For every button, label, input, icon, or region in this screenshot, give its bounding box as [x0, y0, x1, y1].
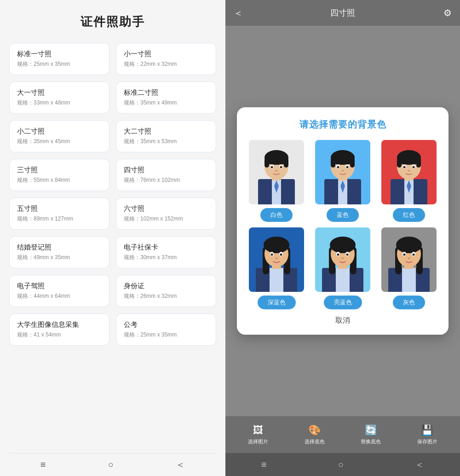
svg-point-75	[396, 237, 422, 253]
card-sub-1: 规格：22mm x 32mm	[124, 60, 208, 68]
card-title-8: 五寸照	[17, 204, 102, 213]
svg-rect-22	[350, 157, 355, 168]
card-sub-9: 规格：102mm x 152mm	[124, 215, 208, 223]
photo-type-card-1[interactable]: 小一寸照 规格：22mm x 32mm	[116, 43, 216, 75]
photo-type-card-14[interactable]: 大学生图像信息采集 规格：41 x 54mm	[9, 313, 109, 346]
photo-preview-蓝色	[315, 140, 370, 204]
card-sub-3: 规格：35mm x 49mm	[124, 99, 208, 107]
photo-type-card-10[interactable]: 结婚登记照 规格：49mm x 35mm	[9, 236, 109, 268]
card-title-9: 六寸照	[124, 204, 208, 213]
card-sub-13: 规格：26mm x 32mm	[124, 292, 208, 300]
card-sub-0: 规格：25mm x 35mm	[17, 60, 102, 68]
svg-point-51	[264, 237, 289, 253]
photo-type-card-13[interactable]: 身份证 规格：26mm x 32mm	[116, 275, 216, 307]
right-header: ＜ 四寸照 ⚙	[225, 0, 460, 26]
toolbar-item-1[interactable]: 🎨 选择底色	[305, 424, 325, 445]
color-option-灰色[interactable]: 灰色	[379, 227, 439, 309]
svg-point-56	[275, 257, 278, 259]
photo-type-card-15[interactable]: 公考 规格：25mm x 35mm	[116, 313, 216, 346]
card-sub-10: 规格：49mm x 35mm	[17, 254, 102, 261]
right-toolbar: 🖼 选择图片🎨 选择底色🔄 替换底色💾 保存图片	[225, 416, 460, 453]
color-btn-蓝色[interactable]: 蓝色	[327, 208, 359, 222]
svg-point-44	[408, 170, 410, 172]
photo-type-card-3[interactable]: 标准二寸照 规格：35mm x 49mm	[116, 81, 216, 114]
svg-point-80	[408, 257, 410, 259]
color-btn-白色[interactable]: 白色	[260, 208, 293, 222]
color-option-亮蓝色[interactable]: 亮蓝色	[312, 227, 373, 309]
card-title-3: 标准二寸照	[124, 88, 208, 97]
cancel-button[interactable]: 取消	[335, 316, 350, 324]
photo-type-card-7[interactable]: 四寸照 规格：76mm x 102mm	[116, 159, 216, 191]
photo-type-card-6[interactable]: 三寸照 规格：55mm x 84mm	[9, 159, 109, 191]
card-title-14: 大学生图像信息采集	[17, 320, 102, 329]
right-nav-back-icon[interactable]: ＜	[415, 459, 424, 471]
svg-point-25	[337, 166, 339, 168]
right-nav-bar: ≡ ○ ＜	[225, 453, 460, 476]
photo-type-card-4[interactable]: 小二寸照 规格：35mm x 45mm	[9, 120, 109, 152]
card-sub-4: 规格：35mm x 45mm	[17, 138, 102, 145]
toolbar-item-3[interactable]: 💾 保存图片	[417, 424, 437, 445]
color-btn-深蓝色[interactable]: 深蓝色	[258, 296, 296, 309]
photo-type-card-0[interactable]: 标准一寸照 规格：25mm x 35mm	[9, 43, 109, 75]
svg-point-26	[346, 166, 349, 168]
card-sub-7: 规格：76mm x 102mm	[124, 176, 208, 184]
card-title-5: 大二寸照	[124, 127, 208, 136]
toolbar-item-2[interactable]: 🔄 替换底色	[361, 424, 381, 445]
toolbar-icon-1: 🎨	[308, 424, 321, 436]
photo-type-card-12[interactable]: 电子驾照 规格：44mm x 64mm	[9, 275, 109, 307]
color-option-深蓝色[interactable]: 深蓝色	[246, 227, 307, 309]
svg-rect-12	[269, 163, 275, 164]
left-nav-back-icon[interactable]: ＜	[176, 459, 185, 471]
card-title-2: 大一寸照	[17, 88, 102, 97]
right-nav-menu-icon[interactable]: ≡	[261, 459, 267, 470]
svg-point-40	[403, 166, 406, 168]
color-btn-红色[interactable]: 红色	[393, 208, 425, 222]
color-btn-亮蓝色[interactable]: 亮蓝色	[324, 296, 362, 309]
card-title-7: 四寸照	[124, 166, 208, 174]
svg-rect-6	[264, 157, 269, 168]
right-header-title: 四寸照	[330, 7, 355, 18]
left-nav-bar: ≡ ○ ＜	[9, 453, 216, 476]
card-title-0: 标准一寸照	[17, 50, 102, 58]
photo-type-card-2[interactable]: 大一寸照 规格：33mm x 48mm	[9, 81, 109, 114]
color-option-蓝色[interactable]: 蓝色	[312, 140, 373, 222]
svg-point-55	[280, 254, 282, 256]
card-title-13: 身份证	[124, 282, 208, 290]
photo-preview-亮蓝色	[315, 227, 370, 292]
photo-type-card-9[interactable]: 六寸照 规格：102mm x 152mm	[116, 197, 216, 230]
color-option-白色[interactable]: 白色	[246, 140, 307, 222]
color-options-grid: 白色 蓝色	[246, 140, 439, 309]
card-sub-6: 规格：55mm x 84mm	[17, 176, 102, 184]
right-back-icon[interactable]: ＜	[234, 7, 243, 19]
toolbar-item-0[interactable]: 🖼 选择图片	[248, 424, 268, 445]
svg-rect-21	[331, 157, 335, 168]
svg-rect-37	[416, 157, 421, 168]
card-title-11: 电子社保卡	[124, 243, 208, 252]
background-color-modal: 请选择需要的背景色 白色	[237, 107, 448, 335]
modal-title: 请选择需要的背景色	[246, 118, 439, 131]
card-sub-8: 规格：89mm x 127mm	[17, 215, 102, 223]
photo-type-card-11[interactable]: 电子社保卡 规格：30mm x 37mm	[116, 236, 216, 268]
svg-point-29	[341, 170, 344, 172]
svg-point-68	[341, 257, 344, 259]
color-btn-灰色[interactable]: 灰色	[393, 296, 425, 309]
svg-point-63	[330, 237, 356, 253]
svg-rect-46	[270, 268, 283, 292]
photo-type-card-8[interactable]: 五寸照 规格：89mm x 127mm	[9, 197, 109, 230]
card-title-10: 结婚登记照	[17, 243, 102, 252]
svg-point-11	[280, 166, 282, 168]
left-title: 证件照助手	[80, 14, 145, 30]
photo-preview-白色	[249, 140, 304, 204]
color-option-红色[interactable]: 红色	[379, 140, 439, 222]
left-nav-home-icon[interactable]: ○	[108, 459, 114, 470]
svg-point-41	[413, 166, 415, 168]
right-nav-home-icon[interactable]: ○	[338, 459, 344, 470]
photo-type-card-5[interactable]: 大二寸照 规格：35mm x 53mm	[116, 120, 216, 152]
cancel-row: 取消	[246, 316, 439, 325]
card-title-4: 小二寸照	[17, 127, 102, 136]
left-nav-menu-icon[interactable]: ≡	[40, 459, 46, 470]
svg-rect-28	[345, 163, 350, 164]
right-settings-icon[interactable]: ⚙	[443, 7, 452, 18]
toolbar-label-1: 选择底色	[305, 438, 325, 445]
card-title-6: 三寸照	[17, 166, 102, 174]
